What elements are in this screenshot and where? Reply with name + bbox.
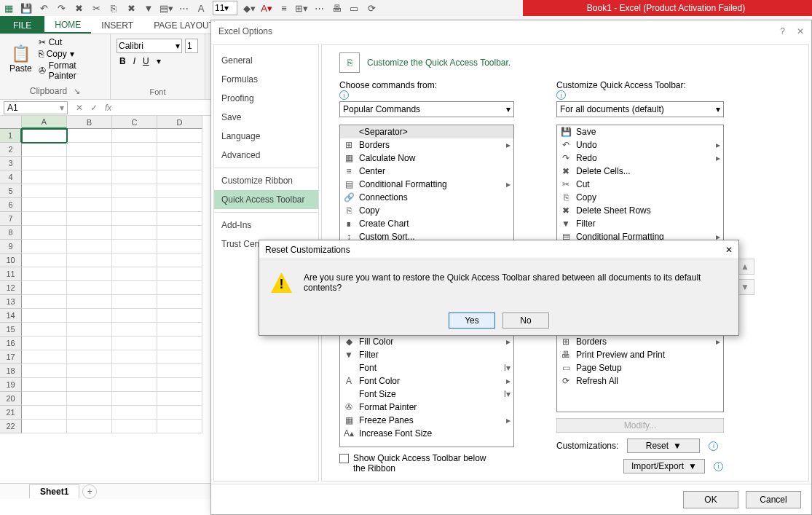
row-header[interactable]: 22 [0,420,22,433]
paste-button[interactable]: 📋 Paste [6,37,36,81]
command-item[interactable]: ⊞Borders▸ [557,335,723,348]
delete-cells-icon[interactable]: ✖ [73,2,84,14]
row-header[interactable]: 20 [0,392,22,406]
more-icon[interactable]: ⋯ [178,2,189,14]
borders-icon[interactable]: ⊞▾ [296,2,307,14]
accept-formula-icon[interactable]: ✓ [90,103,98,113]
cond-fmt-icon[interactable]: ▤▾ [160,2,172,14]
cell[interactable] [112,364,157,378]
undo-icon[interactable]: ↶ [38,2,50,14]
row-header[interactable]: 8 [0,226,22,240]
cell[interactable] [22,143,67,157]
italic-button[interactable]: I [133,56,135,66]
col-header-D[interactable]: D [157,116,202,129]
yes-button[interactable]: Yes [449,312,495,329]
cell[interactable] [67,406,112,420]
help-icon[interactable]: ? [780,26,785,36]
cell[interactable] [157,420,202,433]
filter-icon[interactable]: ▼ [143,2,154,14]
cell[interactable] [67,170,112,184]
format-painter-button[interactable]: ✇Format Painter [39,60,104,81]
cell[interactable] [22,226,67,240]
options-nav-item[interactable]: Advanced [214,146,318,165]
cell[interactable] [157,378,202,392]
row-header[interactable]: 21 [0,406,22,420]
import-export-dropdown[interactable]: Import/Export ▼ [623,459,705,473]
row-header[interactable]: 14 [0,309,22,323]
cell[interactable] [157,281,202,295]
options-nav-item[interactable]: Formulas [214,70,318,89]
cell[interactable] [112,240,157,253]
cell[interactable] [22,129,67,143]
cell[interactable] [22,240,67,253]
command-item[interactable]: ≡Center [340,165,513,178]
command-item[interactable]: ⊞Borders▸ [340,138,513,152]
row-header[interactable]: 5 [0,184,22,198]
row-header[interactable]: 6 [0,198,22,212]
cell[interactable] [157,364,202,378]
cell[interactable] [22,212,67,226]
cell[interactable] [67,184,112,198]
cell[interactable] [112,267,157,281]
row-header[interactable]: 10 [0,253,22,267]
cell[interactable] [22,198,67,212]
options-nav-item[interactable]: Add-Ins [214,216,318,235]
tab-home[interactable]: HOME [44,16,91,34]
cell[interactable] [67,157,112,170]
ok-button[interactable]: OK [683,491,738,508]
cell[interactable] [157,309,202,323]
cell[interactable] [67,295,112,309]
row-header[interactable]: 13 [0,295,22,309]
cell[interactable] [112,337,157,350]
command-item[interactable]: ⎘Copy [557,191,723,204]
cell[interactable] [112,309,157,323]
command-item[interactable]: 💾Save [557,125,723,138]
reset-dropdown[interactable]: Reset ▼ [627,439,700,453]
cell[interactable] [67,240,112,253]
row-header[interactable]: 16 [0,337,22,350]
cell[interactable] [112,157,157,170]
cut-button[interactable]: ✂Cut [39,37,104,47]
command-item[interactable]: ✂Cut [557,178,723,191]
font-name-combo[interactable]: Calibri▾ [117,39,182,53]
modify-button[interactable]: Modify... [556,418,724,433]
options-nav-item[interactable]: Save [214,108,318,127]
delete-rows-icon[interactable]: ✖ [125,2,137,14]
row-header[interactable]: 1 [0,129,22,143]
cell[interactable] [22,295,67,309]
cell[interactable] [157,350,202,364]
cell[interactable] [67,323,112,337]
cell[interactable] [67,143,112,157]
command-item[interactable]: Font SizeI▾ [340,388,513,401]
info-icon[interactable]: i [556,90,566,100]
command-item[interactable]: A▴Increase Font Size [340,427,513,440]
cell[interactable] [22,267,67,281]
cell[interactable] [112,212,157,226]
cell[interactable] [112,323,157,337]
cell[interactable] [67,364,112,378]
cell[interactable] [112,129,157,143]
info-icon[interactable]: i [339,90,349,100]
cell[interactable] [67,129,112,143]
save-icon[interactable]: 💾 [20,2,32,14]
cell[interactable] [22,392,67,406]
cell[interactable] [157,198,202,212]
bold-button[interactable]: B [119,56,126,66]
cell[interactable] [22,337,67,350]
row-header[interactable]: 4 [0,170,22,184]
cell[interactable] [22,420,67,433]
cell[interactable] [157,212,202,226]
command-item[interactable]: ↶Undo▸ [557,138,723,152]
command-item[interactable]: ▤Conditional Formatting▸ [340,178,513,191]
tab-file[interactable]: FILE [0,16,44,34]
cell[interactable] [157,240,202,253]
cell[interactable] [157,226,202,240]
cell[interactable] [67,378,112,392]
row-header[interactable]: 7 [0,212,22,226]
print-preview-icon[interactable]: 🖶 [331,2,342,14]
page-setup-icon[interactable]: ▭ [348,2,360,14]
row-header[interactable]: 3 [0,157,22,170]
name-box[interactable]: A1▾ [4,101,68,114]
cell[interactable] [67,281,112,295]
cell[interactable] [67,212,112,226]
